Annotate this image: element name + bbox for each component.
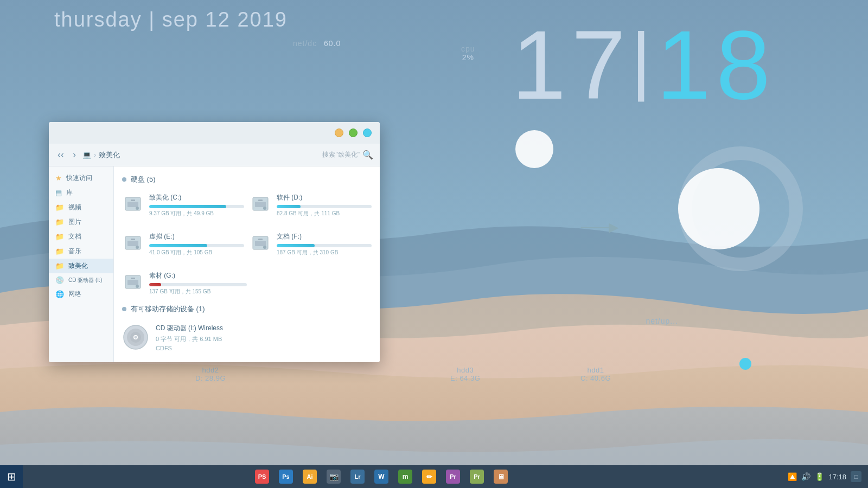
taskbar-app-m[interactable]: m <box>394 465 417 488</box>
sidebar-item-label: 致美化 <box>68 261 88 271</box>
taskbar-app-camera[interactable]: 📷 <box>322 465 345 488</box>
file-manager-window: ‹‹ › 💻 › 致美化 搜索"致美化" 🔍 ★ 快速访问 ▤ 库 📁 视频 <box>49 122 380 362</box>
back-button[interactable]: ‹‹ <box>55 147 66 163</box>
music-icon: 📁 <box>55 247 64 255</box>
sidebar-item-documents[interactable]: 📁 文档 <box>49 229 113 244</box>
drive-d[interactable]: 软件 (D:) 82.8 GB 可用，共 111 GB <box>250 190 372 221</box>
tray-speaker-icon[interactable]: 🔊 <box>801 472 810 481</box>
app-icon-word: W <box>374 470 388 484</box>
sidebar-item-cd[interactable]: 💿 CD 驱动器 (I:) <box>49 273 113 287</box>
cd-drive-detail2: CDFS <box>156 344 372 353</box>
removable-section-title: 有可移动存储的设备 (1) <box>131 304 205 314</box>
cd-drive-detail1: 0 字节 可用，共 6.91 MB <box>156 335 372 344</box>
taskbar-app-pr2[interactable]: Pr <box>465 465 488 488</box>
taskbar-apps: PS Ps Ai 📷 Lr <box>251 465 512 488</box>
drive-g-bar-fill <box>149 283 161 286</box>
forward-button[interactable]: › <box>71 147 78 163</box>
drive-c-bar-fill <box>149 205 226 208</box>
app-icon-lr: Lr <box>350 470 365 484</box>
taskbar-app-monitor[interactable]: 🖥 <box>489 465 512 488</box>
drive-g-info: 素材 (G:) 137 GB 可用，共 155 GB <box>149 271 247 296</box>
svg-point-20 <box>136 285 139 288</box>
tray-arrow-icon[interactable]: 🔼 <box>788 472 797 481</box>
drive-grid-row2: 虚拟 (E:) 41.0 GB 可用，共 105 GB <box>122 229 372 260</box>
drive-g-bar-bg <box>149 283 247 286</box>
cd-icon: 💿 <box>55 276 64 284</box>
svg-rect-5 <box>131 200 135 201</box>
app-icon-premiere: Pr <box>446 470 460 484</box>
search-area: 搜索"致美化" 🔍 <box>322 150 373 160</box>
drive-g[interactable]: 素材 (G:) 137 GB 可用，共 155 GB <box>122 268 247 299</box>
taskbar-app-word[interactable]: W <box>370 465 393 488</box>
file-manager-content: 硬盘 (5) 致美化 (C:) <box>114 166 380 362</box>
svg-rect-15 <box>255 241 266 246</box>
cd-drive-info: CD 驱动器 (I:) Wireless 0 字节 可用，共 6.91 MB C… <box>156 324 372 352</box>
maximize-button[interactable] <box>349 129 358 137</box>
close-button[interactable] <box>363 129 372 137</box>
drive-e-size: 41.0 GB 可用，共 105 GB <box>149 249 244 256</box>
search-icon[interactable]: 🔍 <box>362 150 373 160</box>
sidebar-item-label: 图片 <box>68 217 81 227</box>
search-text: 搜索"致美化" <box>322 150 360 159</box>
address-bar[interactable]: 💻 › 致美化 <box>82 150 318 160</box>
removable-section-dot <box>122 307 126 311</box>
drive-c-bar-bg <box>149 205 244 208</box>
date-display: thursday | sep 12 2019 <box>54 8 288 31</box>
minimize-button[interactable] <box>335 129 343 137</box>
hdd3-label: hdd3 E: 64.3G <box>450 366 480 382</box>
taskbar-app-pencil[interactable]: ✏ <box>418 465 441 488</box>
sidebar-item-label: CD 驱动器 (I:) <box>68 277 102 284</box>
drive-c-name: 致美化 (C:) <box>149 193 244 202</box>
taskbar-app-premiere[interactable]: Pr <box>442 465 464 488</box>
sidebar-item-label: 文档 <box>68 232 81 241</box>
net-up-display: net/up... <box>646 317 678 325</box>
sidebar-item-zhimeihua[interactable]: 📁 致美化 <box>49 259 113 273</box>
video-icon: 📁 <box>55 203 64 211</box>
sidebar-item-video[interactable]: 📁 视频 <box>49 200 113 215</box>
svg-point-26 <box>135 336 137 339</box>
sidebar-item-music[interactable]: 📁 音乐 <box>49 244 113 259</box>
file-manager-toolbar: ‹‹ › 💻 › 致美化 搜索"致美化" 🔍 <box>49 144 380 166</box>
sidebar-item-quickaccess[interactable]: ★ 快速访问 <box>49 171 113 185</box>
path-icon: 💻 <box>82 151 91 159</box>
deco-circle-large <box>678 168 760 249</box>
network-icon: 🌐 <box>55 290 64 298</box>
sidebar-item-pictures[interactable]: 📁 图片 <box>49 215 113 229</box>
drive-e-info: 虚拟 (E:) 41.0 GB 可用，共 105 GB <box>149 232 244 256</box>
net-dc-value: 60.0 <box>324 39 341 48</box>
drive-e[interactable]: 虚拟 (E:) 41.0 GB 可用，共 105 GB <box>122 229 244 260</box>
zhimeihua-icon: 📁 <box>55 262 64 270</box>
taskbar-app-photoshop[interactable]: Ps <box>275 465 297 488</box>
drive-c[interactable]: 致美化 (C:) 9.37 GB 可用，共 49.9 GB <box>122 190 244 221</box>
drive-c-info: 致美化 (C:) 9.37 GB 可用，共 49.9 GB <box>149 193 244 217</box>
clock-hour2: 7 <box>571 16 626 114</box>
taskbar-app-ai[interactable]: Ai <box>298 465 321 488</box>
cpu-label: cpu <box>461 44 475 53</box>
cd-drive-item[interactable]: CD 驱动器 (I:) Wireless 0 字节 可用，共 6.91 MB C… <box>122 319 372 357</box>
start-button[interactable]: ⊞ <box>0 465 23 488</box>
clock-min2: 8 <box>716 16 770 114</box>
app-icon-ai: Ai <box>303 470 317 484</box>
hdd1-label: hdd1 C: 40.6G <box>580 366 611 382</box>
svg-point-4 <box>136 207 139 210</box>
taskbar-app-lr[interactable]: Lr <box>346 465 369 488</box>
sidebar-item-label: 音乐 <box>68 247 81 256</box>
taskbar: ⊞ PS Ps Ai 📷 Lr <box>0 465 868 488</box>
svg-point-16 <box>263 246 266 249</box>
cpu-value: 2% <box>461 53 475 62</box>
quickaccess-icon: ★ <box>55 174 62 182</box>
drive-f-info: 文档 (F:) 187 GB 可用，共 310 GB <box>277 232 372 256</box>
drive-f-bar-fill <box>277 244 315 247</box>
app-icon-camera: 📷 <box>327 470 341 484</box>
sidebar-item-network[interactable]: 🌐 网络 <box>49 287 113 301</box>
removable-section-header: 有可移动存储的设备 (1) <box>122 304 372 314</box>
drive-d-info: 软件 (D:) 82.8 GB 可用，共 111 GB <box>277 193 372 217</box>
hdd2-label: hdd2 D: 28.9G <box>195 366 226 382</box>
sidebar-item-library[interactable]: ▤ 库 <box>49 185 113 200</box>
tray-notification[interactable]: □ <box>851 471 861 482</box>
drive-f[interactable]: 文档 (F:) 187 GB 可用，共 310 GB <box>250 229 372 260</box>
taskbar-app-ps1[interactable]: PS <box>251 465 273 488</box>
drive-f-name: 文档 (F:) <box>277 232 372 241</box>
tray-battery-icon[interactable]: 🔋 <box>815 472 824 481</box>
clock-min1: 1 <box>656 16 711 114</box>
